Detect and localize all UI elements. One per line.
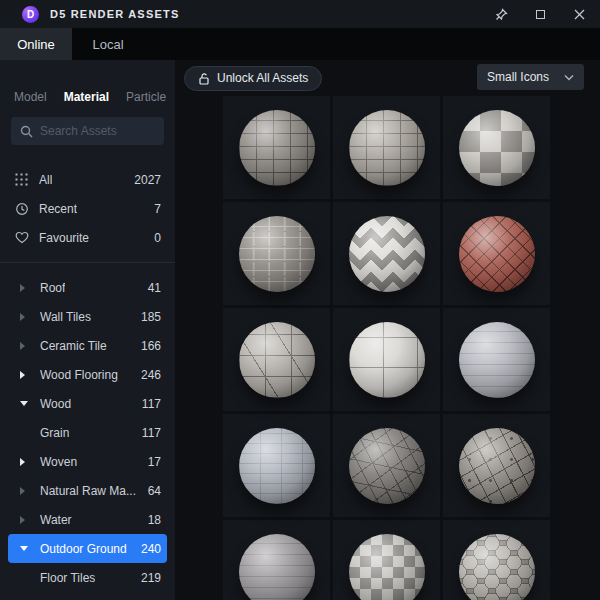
material-item-hexagon-tiles[interactable] xyxy=(443,520,550,600)
search-icon xyxy=(20,125,33,138)
material-item-small-checker-tiles[interactable] xyxy=(333,520,440,600)
category-item-natural-raw-ma[interactable]: Natural Raw Ma...64 xyxy=(8,476,167,505)
sidebar-divider xyxy=(0,262,175,263)
icon-size-dropdown[interactable]: Small Icons xyxy=(477,64,584,90)
expand-arrow-icon[interactable] xyxy=(20,458,30,466)
triangle-right-icon xyxy=(20,342,25,350)
search-box[interactable] xyxy=(11,117,164,145)
expand-arrow-icon[interactable] xyxy=(20,371,30,379)
category-item-water[interactable]: Water18 xyxy=(8,505,167,534)
light-stone-tiles-sphere-preview xyxy=(349,110,425,186)
sidebar-item-favourite[interactable]: Favourite0 xyxy=(0,223,175,252)
category-label: Roof xyxy=(40,281,65,295)
cracked-ornate-stone-sphere-preview xyxy=(459,428,535,504)
chevron-down-icon xyxy=(564,70,574,84)
category-label: Ceramic Tile xyxy=(40,339,107,353)
material-item-gray-stone-masonry[interactable] xyxy=(223,96,330,199)
expand-arrow-icon[interactable] xyxy=(20,401,30,406)
material-item-white-panels[interactable] xyxy=(333,308,440,411)
icon-size-value: Small Icons xyxy=(487,70,549,84)
category-list: Roof41Wall Tiles185Ceramic Tile166Wood F… xyxy=(0,273,175,592)
category-count: 185 xyxy=(141,310,161,324)
category-count: 64 xyxy=(148,484,161,498)
category-item-woven[interactable]: Woven17 xyxy=(8,447,167,476)
asset-count: 2027 xyxy=(134,173,161,187)
material-item-light-flagstone[interactable] xyxy=(223,308,330,411)
tab-local[interactable]: Local xyxy=(72,28,144,60)
expand-arrow-icon[interactable] xyxy=(20,313,30,321)
asset-count: 7 xyxy=(154,202,161,216)
grid-dots-icon xyxy=(14,172,29,187)
category-label: Woven xyxy=(40,455,77,469)
triangle-down-icon xyxy=(20,401,28,406)
expand-arrow-icon[interactable] xyxy=(20,516,30,524)
expand-arrow-icon[interactable] xyxy=(20,284,30,292)
material-item-chevron-zigzag-tiles[interactable] xyxy=(333,202,440,305)
speckled-gray-brick-sphere-preview xyxy=(239,534,315,600)
category-item-wall-tiles[interactable]: Wall Tiles185 xyxy=(8,302,167,331)
cracked-gray-mud-sphere-preview xyxy=(349,428,425,504)
white-panels-sphere-preview xyxy=(349,322,425,398)
tab-material[interactable]: Material xyxy=(64,90,109,104)
smooth-bluegray-tiles-sphere-preview xyxy=(459,322,535,398)
material-item-red-herringbone-brick[interactable] xyxy=(443,202,550,305)
title-bar: D D5 RENDER ASSETS xyxy=(0,0,600,28)
search-input[interactable] xyxy=(40,124,155,138)
triangle-right-icon xyxy=(20,516,25,524)
heart-icon xyxy=(14,230,29,245)
material-item-smooth-bluegray-tiles[interactable] xyxy=(443,308,550,411)
category-count: 17 xyxy=(148,455,161,469)
pin-icon[interactable] xyxy=(494,7,508,21)
expand-arrow-icon[interactable] xyxy=(20,342,30,350)
bluegray-subtle-brick-sphere-preview xyxy=(239,428,315,504)
expand-arrow-icon[interactable] xyxy=(20,487,30,495)
category-label: Outdoor Ground xyxy=(40,542,127,556)
tab-particle[interactable]: Particle xyxy=(126,90,166,104)
category-item-outdoor-ground[interactable]: Outdoor Ground240 xyxy=(8,534,167,563)
category-item-roof[interactable]: Roof41 xyxy=(8,273,167,302)
red-herringbone-brick-sphere-preview xyxy=(459,216,535,292)
expand-arrow-icon[interactable] xyxy=(20,546,30,551)
material-item-speckled-gray-brick[interactable] xyxy=(223,520,330,600)
material-item-paving-inset-blocks[interactable] xyxy=(223,202,330,305)
category-count: 240 xyxy=(141,542,161,556)
material-item-bluegray-subtle-brick[interactable] xyxy=(223,414,330,517)
material-item-light-stone-tiles[interactable] xyxy=(333,96,440,199)
main-panel: Unlock All Assets Small Icons xyxy=(175,60,600,600)
sidebar-item-all[interactable]: All2027 xyxy=(0,165,175,194)
category-item-grain[interactable]: Grain117 xyxy=(8,418,167,447)
sidebar-item-recent[interactable]: Recent7 xyxy=(0,194,175,223)
category-count: 219 xyxy=(141,571,161,585)
category-label: Floor Tiles xyxy=(40,571,95,585)
hexagon-tiles-sphere-preview xyxy=(459,534,535,600)
asset-count: 0 xyxy=(154,231,161,245)
triangle-right-icon xyxy=(20,284,25,292)
category-count: 41 xyxy=(148,281,161,295)
material-item-large-checker-tiles[interactable] xyxy=(443,96,550,199)
light-flagstone-sphere-preview xyxy=(239,322,315,398)
unlock-all-assets-button[interactable]: Unlock All Assets xyxy=(184,66,322,91)
tab-model[interactable]: Model xyxy=(14,90,47,104)
material-item-cracked-gray-mud[interactable] xyxy=(333,414,440,517)
category-count: 246 xyxy=(141,368,161,382)
material-item-cracked-ornate-stone[interactable] xyxy=(443,414,550,517)
unlock-icon xyxy=(198,72,210,85)
category-item-floor-tiles[interactable]: Floor Tiles219 xyxy=(8,563,167,592)
sidebar: Model Material Particle All2027Recent7Fa… xyxy=(0,60,175,600)
tab-online[interactable]: Online xyxy=(0,28,72,60)
category-label: Natural Raw Ma... xyxy=(40,484,136,498)
small-checker-tiles-sphere-preview xyxy=(349,534,425,600)
category-item-wood[interactable]: Wood117 xyxy=(8,389,167,418)
quick-filter-list: All2027Recent7Favourite0 xyxy=(0,165,175,252)
maximize-icon[interactable] xyxy=(533,7,547,21)
close-icon[interactable] xyxy=(572,7,586,21)
category-item-wood-flooring[interactable]: Wood Flooring246 xyxy=(8,360,167,389)
triangle-right-icon xyxy=(20,371,25,379)
category-label: Wood Flooring xyxy=(40,368,118,382)
triangle-right-icon xyxy=(20,313,25,321)
window-title: D5 RENDER ASSETS xyxy=(50,8,179,20)
triangle-right-icon xyxy=(20,487,25,495)
unlock-button-label: Unlock All Assets xyxy=(217,71,308,85)
category-item-ceramic-tile[interactable]: Ceramic Tile166 xyxy=(8,331,167,360)
source-tab-bar: Online Local xyxy=(0,28,600,60)
